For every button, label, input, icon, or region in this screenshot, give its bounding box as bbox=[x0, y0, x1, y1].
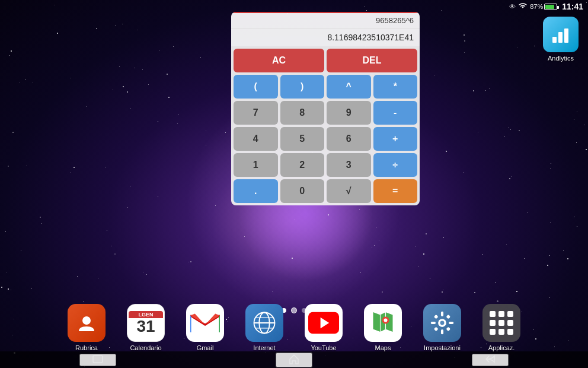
calc-ac-button[interactable]: AC bbox=[234, 49, 324, 72]
andlytics-label: Andlytics bbox=[548, 55, 574, 62]
status-bar: 👁 87% 11:41 bbox=[504, 0, 588, 13]
app-internet[interactable]: Internet bbox=[238, 304, 291, 351]
calc-multiply-button[interactable]: * bbox=[373, 75, 418, 99]
svg-rect-1 bbox=[558, 32, 563, 43]
app-applicazioni[interactable]: Applicaz. bbox=[475, 304, 528, 351]
calculator: 9658265^6 8.11698423510371E41 AC DEL ( )… bbox=[231, 12, 420, 205]
calc-1-button[interactable]: 1 bbox=[234, 153, 278, 177]
calc-power-button[interactable]: ^ bbox=[327, 75, 371, 99]
calc-plus-button[interactable]: + bbox=[373, 127, 418, 151]
back-button[interactable] bbox=[472, 354, 509, 366]
calc-0-button[interactable]: 0 bbox=[280, 179, 325, 203]
calc-2-button[interactable]: 2 bbox=[280, 153, 325, 177]
calc-display-secondary: 9658265^6 bbox=[231, 12, 420, 28]
svg-point-14 bbox=[440, 321, 445, 325]
bottom-nav-bar bbox=[0, 351, 588, 368]
andlytics-icon bbox=[543, 17, 579, 52]
internet-icon bbox=[245, 304, 283, 342]
calc-del-button[interactable]: DEL bbox=[327, 49, 417, 72]
calc-3-button[interactable]: 3 bbox=[327, 153, 371, 177]
calc-9-button[interactable]: 9 bbox=[327, 101, 371, 125]
svg-rect-18 bbox=[449, 322, 453, 324]
svg-rect-15 bbox=[441, 312, 443, 316]
calc-minus-button[interactable]: - bbox=[373, 101, 418, 125]
svg-point-3 bbox=[82, 316, 91, 325]
app-gmail[interactable]: Gmail bbox=[178, 304, 232, 351]
calc-close-paren-button[interactable]: ) bbox=[280, 75, 325, 99]
home-button[interactable] bbox=[276, 353, 312, 367]
rubrica-icon bbox=[68, 304, 106, 342]
svg-rect-23 bbox=[93, 356, 103, 363]
calendario-icon: LGEN 31 bbox=[127, 304, 165, 342]
app-calendario[interactable]: LGEN 31 Calendario bbox=[119, 304, 172, 351]
svg-point-12 bbox=[384, 319, 388, 322]
svg-rect-19 bbox=[434, 315, 439, 319]
recent-apps-button[interactable] bbox=[79, 354, 116, 366]
battery-icon: 87% bbox=[530, 3, 557, 10]
svg-rect-22 bbox=[446, 326, 450, 331]
gmail-label: Gmail bbox=[197, 344, 214, 351]
calc-dot-button[interactable]: . bbox=[234, 179, 278, 203]
calc-4-button[interactable]: 4 bbox=[234, 127, 278, 151]
maps-label: Maps bbox=[375, 344, 391, 351]
grid-dots-display bbox=[485, 306, 518, 340]
svg-rect-20 bbox=[446, 315, 450, 319]
app-youtube[interactable]: YouTube bbox=[297, 304, 350, 351]
calc-6-button[interactable]: 6 bbox=[327, 127, 371, 151]
svg-rect-21 bbox=[434, 326, 439, 331]
svg-rect-17 bbox=[431, 322, 436, 324]
impostazioni-label: Impostazioni bbox=[424, 344, 461, 351]
youtube-label: YouTube bbox=[311, 344, 336, 351]
andlytics-widget[interactable]: Andlytics bbox=[543, 17, 579, 62]
app-maps[interactable]: Maps bbox=[356, 304, 410, 351]
calc-keypad: AC DEL ( ) ^ * 7 8 9 - 4 5 6 + 1 2 3 ÷ .… bbox=[231, 46, 420, 205]
calc-5-button[interactable]: 5 bbox=[280, 127, 325, 151]
svg-rect-2 bbox=[564, 28, 568, 43]
maps-icon bbox=[364, 304, 402, 342]
calc-equals-button[interactable]: = bbox=[373, 179, 418, 203]
gmail-icon bbox=[186, 304, 224, 342]
calc-7-button[interactable]: 7 bbox=[234, 101, 278, 125]
applicaz-icon bbox=[482, 304, 520, 342]
clock: 11:41 bbox=[562, 2, 583, 11]
calc-divide-button[interactable]: ÷ bbox=[373, 153, 418, 177]
app-rubrica[interactable]: Rubrica bbox=[60, 304, 113, 351]
youtube-icon bbox=[305, 304, 343, 342]
applicaz-label: Applicaz. bbox=[488, 344, 515, 351]
app-dock: Rubrica LGEN 31 Calendario Gmail bbox=[0, 304, 588, 351]
impostazioni-icon bbox=[423, 304, 461, 342]
calc-display-primary: 8.11698423510371E41 bbox=[231, 28, 420, 46]
svg-rect-16 bbox=[441, 329, 443, 334]
wifi-icon bbox=[518, 2, 528, 11]
battery-level: 87% bbox=[530, 3, 543, 10]
calc-open-paren-button[interactable]: ( bbox=[234, 75, 278, 99]
internet-label: Internet bbox=[253, 344, 275, 351]
rubrica-label: Rubrica bbox=[75, 344, 98, 351]
eye-icon: 👁 bbox=[509, 3, 516, 10]
calc-sqrt-button[interactable]: √ bbox=[327, 179, 371, 203]
calendario-label: Calendario bbox=[130, 344, 161, 351]
app-impostazioni[interactable]: Impostazioni bbox=[416, 304, 469, 351]
svg-rect-0 bbox=[552, 37, 557, 43]
calc-8-button[interactable]: 8 bbox=[280, 101, 325, 125]
